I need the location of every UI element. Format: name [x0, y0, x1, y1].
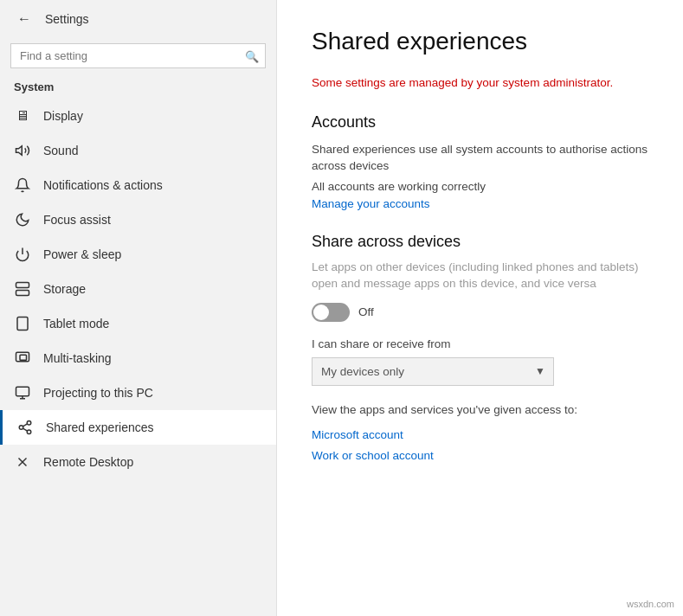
shared-label: Shared experiences [46, 420, 154, 434]
sidebar-item-shared[interactable]: Shared experiences [0, 410, 276, 445]
page-title: Shared experiences [312, 28, 648, 55]
display-icon: 🖥 [14, 107, 31, 125]
svg-marker-0 [16, 146, 23, 156]
projecting-icon [14, 384, 31, 401]
sidebar-item-notifications[interactable]: Notifications & actions [0, 168, 276, 202]
svg-line-17 [23, 424, 27, 427]
share-across-heading: Share across devices [312, 233, 648, 251]
sidebar-item-display[interactable]: 🖥 Display [0, 99, 276, 133]
main-content: Shared experiences Some settings are man… [277, 0, 683, 616]
toggle-knob [313, 305, 329, 320]
storage-icon [14, 280, 31, 298]
svg-point-15 [27, 430, 31, 434]
devices-dropdown[interactable]: My devices only Everyone nearby [312, 357, 554, 386]
sidebar-item-multitasking[interactable]: Multi-tasking [0, 341, 276, 375]
system-section-label: System [0, 77, 276, 99]
svg-point-13 [27, 421, 31, 426]
sidebar-item-focus[interactable]: Focus assist [0, 202, 276, 237]
back-icon: ← [17, 11, 31, 27]
storage-label: Storage [43, 282, 86, 296]
svg-rect-9 [20, 355, 27, 360]
sidebar-item-remote[interactable]: Remote Desktop [0, 445, 276, 479]
multitasking-label: Multi-tasking [43, 351, 112, 365]
svg-rect-2 [16, 283, 29, 288]
manage-accounts-link[interactable]: Manage your accounts [312, 197, 430, 210]
power-icon [14, 246, 31, 263]
share-toggle[interactable] [312, 303, 350, 322]
power-label: Power & sleep [43, 247, 121, 261]
tablet-icon [14, 315, 31, 332]
svg-line-16 [23, 428, 27, 431]
toggle-off-label: Off [358, 305, 374, 318]
notifications-label: Notifications & actions [43, 178, 163, 192]
svg-point-14 [19, 426, 23, 430]
sound-icon [14, 142, 31, 159]
svg-rect-3 [16, 291, 29, 296]
remote-label: Remote Desktop [43, 455, 133, 469]
share-across-description: Let apps on other devices (including lin… [312, 260, 648, 292]
display-label: Display [43, 109, 83, 123]
nav-list: 🖥 Display Sound Notifications & [0, 99, 276, 479]
watermark: wsxdn.com [623, 597, 678, 611]
search-box[interactable]: 🔍 [10, 43, 266, 68]
sidebar: ← Settings 🔍 System 🖥 Display Sound [0, 0, 277, 616]
work-school-link[interactable]: Work or school account [312, 449, 434, 462]
titlebar: ← Settings [0, 0, 276, 38]
shared-icon [16, 419, 34, 436]
multitasking-icon [14, 350, 31, 367]
accounts-heading: Accounts [312, 113, 648, 132]
accounts-description: Shared experiences use all system accoun… [312, 142, 648, 175]
sound-label: Sound [43, 144, 78, 157]
microsoft-account-link[interactable]: Microsoft account [312, 428, 648, 441]
dropdown-label: I can share or receive from [312, 337, 648, 350]
focus-icon [14, 211, 31, 228]
toggle-row: Off [312, 303, 648, 322]
settings-title: Settings [45, 12, 89, 26]
remote-icon [14, 453, 31, 471]
accounts-status: All accounts are working correctly [312, 180, 648, 193]
admin-warning: Some settings are managed by your system… [312, 76, 648, 89]
devices-dropdown-wrapper[interactable]: My devices only Everyone nearby ▼ [312, 357, 554, 386]
back-button[interactable]: ← [14, 8, 35, 30]
sidebar-item-tablet[interactable]: Tablet mode [0, 306, 276, 341]
sidebar-item-sound[interactable]: Sound [0, 133, 276, 168]
projecting-label: Projecting to this PC [43, 386, 153, 400]
focus-label: Focus assist [43, 213, 111, 227]
view-apps-text: View the apps and services you've given … [312, 403, 648, 416]
sidebar-item-projecting[interactable]: Projecting to this PC [0, 375, 276, 410]
search-input[interactable] [10, 43, 266, 68]
search-icon: 🔍 [245, 49, 259, 62]
sidebar-item-storage[interactable]: Storage [0, 272, 276, 306]
svg-rect-10 [16, 387, 29, 396]
sidebar-item-power[interactable]: Power & sleep [0, 237, 276, 272]
notifications-icon [14, 176, 31, 194]
tablet-label: Tablet mode [43, 317, 109, 330]
